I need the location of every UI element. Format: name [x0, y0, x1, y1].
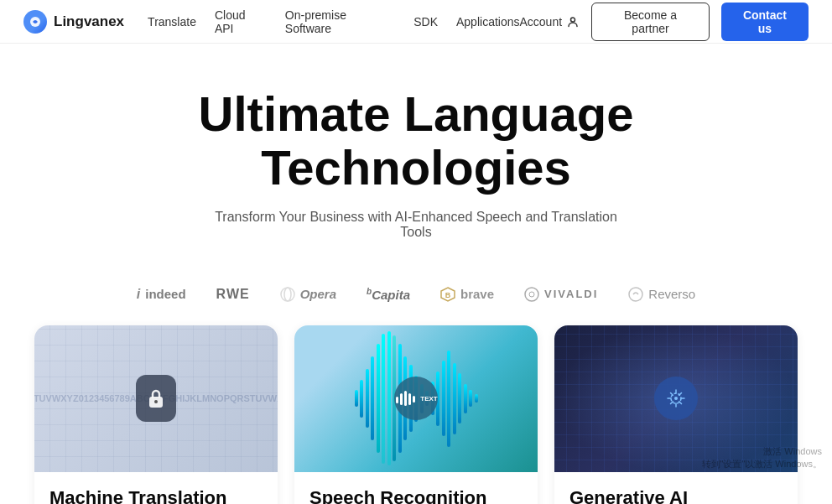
feature-cards: ABCDEFGHIJKLMNOPQRSTUVWXYZ0123456789ABCD… — [0, 325, 832, 504]
svg-point-6 — [525, 288, 538, 301]
card-machine-translation: ABCDEFGHIJKLMNOPQRSTUVWXYZ0123456789ABCD… — [34, 325, 278, 504]
nav-right: Account Become a partner Contact us — [520, 3, 809, 41]
svg-text:B: B — [445, 291, 451, 299]
account-button[interactable]: Account — [520, 15, 580, 29]
account-icon — [566, 15, 580, 29]
svg-rect-14 — [408, 393, 411, 405]
svg-line-23 — [679, 402, 682, 404]
logo-indeed: i indeed — [137, 287, 186, 302]
hero-section: Ultimate Language Technologies Transform… — [0, 44, 832, 267]
svg-rect-12 — [400, 393, 403, 405]
svg-point-17 — [674, 397, 678, 400]
partner-logos: i indeed RWE Opera bCapita B brave VIVAL… — [0, 267, 832, 325]
svg-point-10 — [154, 400, 158, 403]
svg-point-2 — [281, 288, 294, 301]
navigation: Lingvanex Translate Cloud API On-premise… — [0, 0, 832, 44]
card-mt-title: Machine Translation — [49, 487, 263, 504]
card-sr-image: TEXT — [294, 325, 538, 472]
nav-translate[interactable]: Translate — [148, 15, 196, 29]
nav-sdk[interactable]: SDK — [413, 15, 438, 29]
hero-headline: Ultimate Language Technologies — [122, 87, 710, 195]
nav-links: Translate Cloud API On-premise Software … — [148, 8, 519, 35]
logo-vivaldi: VIVALDI — [524, 287, 598, 302]
partner-button[interactable]: Become a partner — [591, 3, 710, 41]
voice-to-text-icon: TEXT — [394, 377, 438, 420]
svg-rect-13 — [404, 391, 407, 406]
svg-rect-11 — [396, 397, 398, 403]
svg-line-25 — [671, 402, 673, 404]
headline-line1: Ultimate Language — [199, 86, 634, 141]
card-mt-body: Machine Translation Translate text and d… — [34, 472, 278, 504]
hero-subtitle: Transform Your Business with AI-Enhanced… — [198, 210, 634, 240]
svg-line-22 — [671, 393, 673, 396]
svg-line-24 — [679, 393, 682, 396]
card-sr-body: Speech Recognition Get transcripts of sp… — [294, 472, 538, 504]
card-ai-image — [554, 325, 798, 472]
logo-brave: B brave — [440, 287, 494, 302]
reverso-icon — [628, 287, 643, 302]
logo-rwe: RWE — [216, 287, 250, 302]
card-mt-image: ABCDEFGHIJKLMNOPQRSTUVWXYZ0123456789ABCD… — [34, 325, 278, 472]
nav-applications[interactable]: Applications — [456, 15, 520, 29]
contact-button[interactable]: Contact us — [721, 3, 809, 41]
ai-orb-icon — [654, 377, 698, 420]
card-ai-title: Generative AI — [569, 487, 783, 504]
brave-icon: B — [440, 287, 455, 302]
nav-cloud-api[interactable]: Cloud API — [215, 8, 267, 35]
svg-point-3 — [284, 288, 291, 301]
vivaldi-icon — [524, 287, 539, 302]
card-sr-title: Speech Recognition — [309, 487, 523, 504]
nav-on-premise[interactable]: On-premise Software — [285, 8, 395, 35]
logo[interactable]: Lingvanex — [23, 10, 124, 34]
card-ai-body: Generative AI Utilize customized service… — [554, 472, 798, 504]
svg-point-8 — [629, 288, 642, 301]
svg-point-1 — [571, 18, 575, 22]
logo-capita: bCapita — [367, 287, 410, 302]
logo-text: Lingvanex — [54, 13, 124, 30]
indeed-icon: i — [137, 287, 140, 302]
logo-opera: Opera — [280, 287, 336, 302]
headline-line2: Technologies — [261, 140, 571, 195]
svg-point-7 — [529, 292, 534, 297]
logo-reverso: Reverso — [628, 287, 695, 302]
account-label: Account — [520, 15, 563, 29]
card-speech-recognition: TEXT Speech Recognition Get transcripts … — [294, 325, 538, 504]
opera-icon — [280, 287, 295, 302]
card-generative-ai: Generative AI Utilize customized service… — [554, 325, 798, 504]
logo-icon — [23, 10, 47, 34]
lock-icon — [136, 375, 176, 422]
svg-rect-15 — [413, 396, 415, 403]
nav-left: Lingvanex Translate Cloud API On-premise… — [23, 8, 520, 35]
